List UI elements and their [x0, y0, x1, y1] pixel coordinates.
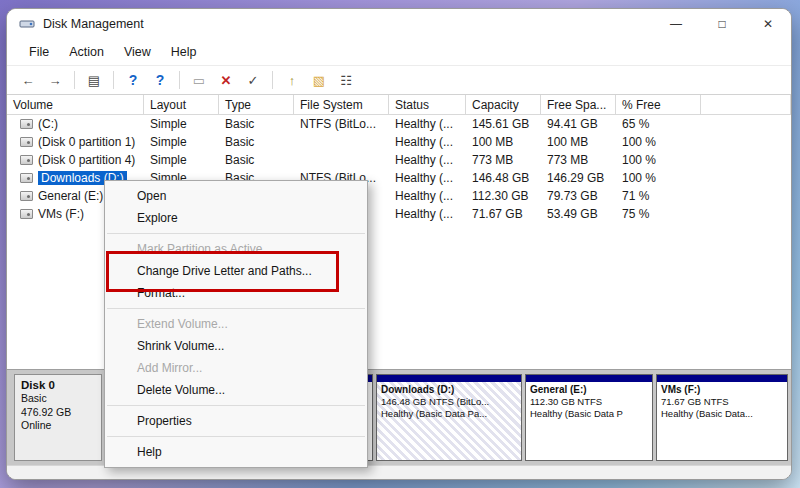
- cell-status: Healthy (...: [389, 189, 466, 203]
- cell-free: 773 MB: [541, 153, 616, 167]
- close-button[interactable]: ✕: [745, 9, 791, 39]
- partition-health-line: Healthy (Basic Data...: [661, 408, 783, 420]
- up-arrow-icon[interactable]: ↑: [281, 70, 303, 90]
- titlebar[interactable]: Disk Management — □ ✕: [7, 9, 791, 39]
- disk-icon: [19, 16, 35, 32]
- delete-icon[interactable]: ✕: [215, 70, 237, 90]
- table-row-partition4[interactable]: (Disk 0 partition 4) Simple Basic Health…: [7, 151, 791, 169]
- cell-status: Healthy (...: [389, 135, 466, 149]
- cell-status: Healthy (...: [389, 207, 466, 221]
- disk-block-general[interactable]: General (E:) 112.30 GB NTFS Healthy (Bas…: [525, 374, 653, 461]
- check-icon[interactable]: ✓: [242, 70, 264, 90]
- cell-free: 146.29 GB: [541, 171, 616, 185]
- cell-free: 94.41 GB: [541, 117, 616, 131]
- disk-status: Online: [21, 419, 95, 433]
- menu-item-open[interactable]: Open: [105, 185, 367, 207]
- cell-capacity: 100 MB: [466, 135, 541, 149]
- cell-free: 53.49 GB: [541, 207, 616, 221]
- disk-block-vms[interactable]: VMs (F:) 71.67 GB NTFS Healthy (Basic Da…: [656, 374, 788, 461]
- dialog-icon[interactable]: ▭: [188, 70, 210, 90]
- disk0-label-panel[interactable]: Disk 0 Basic 476.92 GB Online: [14, 374, 102, 461]
- info-icon[interactable]: ?: [149, 70, 171, 90]
- desktop: Disk Management — □ ✕ File Action View H…: [0, 0, 800, 488]
- toolbar-separator: [74, 71, 75, 89]
- cell-capacity: 145.61 GB: [466, 117, 541, 131]
- disk-block-downloads[interactable]: Downloads (D:) 146.48 GB NTFS (BitLo... …: [376, 374, 522, 461]
- cell-capacity: 146.48 GB: [466, 171, 541, 185]
- column-pctfree[interactable]: % Free: [616, 95, 701, 114]
- list-header: Volume Layout Type File System Status Ca…: [7, 95, 791, 115]
- cell-status: Healthy (...: [389, 153, 466, 167]
- partition-body: General (E:) 112.30 GB NTFS Healthy (Bas…: [526, 382, 652, 460]
- partition-size-line: 146.48 GB NTFS (BitLo...: [381, 396, 517, 408]
- cell-capacity: 71.67 GB: [466, 207, 541, 221]
- menu-help[interactable]: Help: [161, 42, 207, 62]
- partition-title: Downloads (D:): [381, 384, 517, 396]
- menu-file[interactable]: File: [19, 42, 59, 62]
- column-filesystem[interactable]: File System: [294, 95, 389, 114]
- maximize-button[interactable]: □: [699, 9, 745, 39]
- drive-icon: [20, 191, 33, 201]
- cell-capacity: 773 MB: [466, 153, 541, 167]
- column-layout[interactable]: Layout: [144, 95, 219, 114]
- disk-type: Basic: [21, 392, 95, 406]
- cell-layout: Simple: [144, 117, 219, 131]
- console-tree-icon[interactable]: ▤: [83, 70, 105, 90]
- partition-body: VMs (F:) 71.67 GB NTFS Healthy (Basic Da…: [657, 382, 787, 460]
- menu-item-shrink-volume[interactable]: Shrink Volume...: [105, 335, 367, 357]
- cell-pct: 100 %: [616, 171, 701, 185]
- back-icon[interactable]: ←: [17, 70, 39, 90]
- cell-pct: 75 %: [616, 207, 701, 221]
- folder-icon[interactable]: ▧: [308, 70, 330, 90]
- cell-pct: 100 %: [616, 135, 701, 149]
- drive-icon: [20, 119, 33, 129]
- list-icon[interactable]: ☷: [335, 70, 357, 90]
- cell-layout: Simple: [144, 153, 219, 167]
- window-title: Disk Management: [43, 17, 144, 31]
- menu-view[interactable]: View: [114, 42, 161, 62]
- partition-health-line: Healthy (Basic Data P: [530, 408, 648, 420]
- menu-item-extend-volume: Extend Volume...: [105, 313, 367, 335]
- column-capacity[interactable]: Capacity: [466, 95, 541, 114]
- partition-color-band: [526, 375, 652, 382]
- column-status[interactable]: Status: [389, 95, 466, 114]
- drive-icon: [20, 155, 33, 165]
- menu-separator: [107, 405, 365, 406]
- cell-type: Basic: [219, 135, 294, 149]
- cell-status: Healthy (...: [389, 117, 466, 131]
- toolbar: ← → ▤ ? ? ▭ ✕ ✓ ↑ ▧ ☷: [7, 65, 791, 95]
- cell-free: 79.73 GB: [541, 189, 616, 203]
- menu-item-properties[interactable]: Properties: [105, 410, 367, 432]
- cell-type: Basic: [219, 153, 294, 167]
- table-row-c[interactable]: (C:) Simple Basic NTFS (BitLo... Healthy…: [7, 115, 791, 133]
- partition-size-line: 71.67 GB NTFS: [661, 396, 783, 408]
- toolbar-separator: [113, 71, 114, 89]
- disk-size: 476.92 GB: [21, 406, 95, 420]
- volume-name: (C:): [38, 117, 58, 131]
- menu-separator: [107, 436, 365, 437]
- toolbar-separator: [179, 71, 180, 89]
- partition-title: VMs (F:): [661, 384, 783, 396]
- column-type[interactable]: Type: [219, 95, 294, 114]
- volume-name: (Disk 0 partition 1): [38, 135, 135, 149]
- menu-item-help[interactable]: Help: [105, 441, 367, 463]
- cell-pct: 65 %: [616, 117, 701, 131]
- cell-free: 100 MB: [541, 135, 616, 149]
- partition-color-band: [657, 375, 787, 382]
- menubar: File Action View Help: [7, 39, 791, 65]
- table-row-partition1[interactable]: (Disk 0 partition 1) Simple Basic Health…: [7, 133, 791, 151]
- menu-item-add-mirror: Add Mirror...: [105, 357, 367, 379]
- cell-layout: Simple: [144, 135, 219, 149]
- menu-separator: [107, 308, 365, 309]
- forward-icon[interactable]: →: [44, 70, 66, 90]
- menu-item-explore[interactable]: Explore: [105, 207, 367, 229]
- drive-icon: [20, 209, 33, 219]
- menu-item-delete-volume[interactable]: Delete Volume...: [105, 379, 367, 401]
- column-volume[interactable]: Volume: [7, 95, 144, 114]
- menu-action[interactable]: Action: [59, 42, 114, 62]
- minimize-button[interactable]: —: [653, 9, 699, 39]
- help-icon[interactable]: ?: [122, 70, 144, 90]
- volume-name: General (E:): [38, 189, 103, 203]
- column-freespace[interactable]: Free Spa...: [541, 95, 616, 114]
- cell-type: Basic: [219, 117, 294, 131]
